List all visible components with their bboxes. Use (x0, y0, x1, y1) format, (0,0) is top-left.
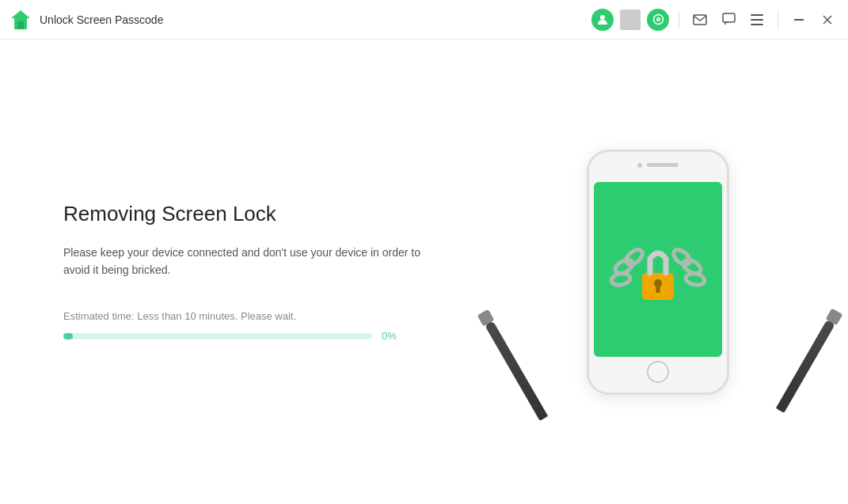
svg-rect-11 (794, 19, 804, 21)
phone-speaker-icon (647, 163, 679, 167)
left-panel: Removing Screen Lock Please keep your de… (63, 202, 531, 343)
mail-icon[interactable] (689, 9, 711, 31)
music-icon[interactable] (647, 9, 669, 31)
tool-right-icon (776, 319, 835, 413)
estimated-time-label: Estimated time: Less than 10 minutes. Pl… (63, 310, 500, 322)
phone-shell (587, 150, 729, 395)
divider-2 (778, 11, 778, 28)
svg-point-16 (610, 272, 631, 286)
minimize-button[interactable] (788, 9, 810, 31)
svg-rect-6 (694, 15, 706, 25)
svg-rect-22 (656, 286, 660, 293)
phone-home-button (647, 361, 669, 383)
svg-point-19 (685, 272, 705, 286)
progress-container: 0% (63, 330, 500, 342)
user-icon[interactable] (591, 9, 614, 31)
progress-percent: 0% (382, 330, 404, 342)
description-text: Please keep your device connected and do… (63, 244, 443, 279)
divider-1 (679, 11, 679, 28)
main-content: Removing Screen Lock Please keep your de… (0, 40, 848, 504)
close-button[interactable] (816, 9, 838, 31)
app-logo-icon (10, 9, 32, 31)
titlebar-controls (591, 9, 838, 31)
chat-icon[interactable] (717, 9, 740, 31)
phone-illustration (587, 150, 729, 395)
phone-side-button-right (728, 215, 729, 247)
svg-point-5 (657, 19, 659, 21)
progress-bar-background (63, 333, 372, 339)
device-icon[interactable] (620, 9, 641, 30)
lock-chain-illustration (607, 218, 709, 320)
phone-screen (594, 182, 722, 357)
app-title: Unlock Screen Passcode (40, 13, 591, 26)
svg-point-2 (600, 15, 605, 20)
phone-camera-icon (637, 163, 642, 168)
right-panel (531, 150, 785, 395)
phone-side-button-left (587, 215, 588, 233)
svg-rect-8 (751, 14, 763, 16)
svg-rect-1 (17, 21, 24, 29)
titlebar: Unlock Screen Passcode (0, 0, 848, 40)
page-heading: Removing Screen Lock (63, 202, 500, 226)
phone-top-area (637, 163, 679, 168)
svg-rect-10 (751, 24, 763, 25)
menu-icon[interactable] (746, 9, 768, 31)
svg-rect-9 (751, 19, 763, 21)
progress-bar-fill (63, 333, 73, 339)
svg-point-21 (654, 279, 662, 287)
svg-rect-7 (723, 13, 735, 22)
